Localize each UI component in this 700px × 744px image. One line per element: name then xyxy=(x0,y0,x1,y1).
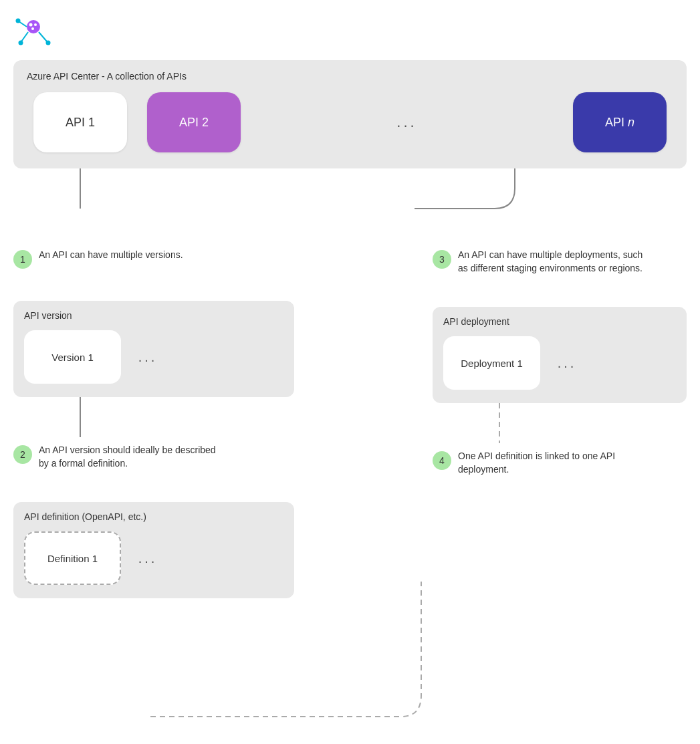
step1-row: 1 An API can have multiple versions. xyxy=(13,249,294,269)
svg-point-0 xyxy=(27,20,40,33)
svg-line-4 xyxy=(19,21,27,27)
left-column: 1 An API can have multiple versions. API… xyxy=(13,249,294,598)
api-definition-cards: Definition 1 ... xyxy=(24,531,283,585)
api-deployment-cards: Deployment 1 ... xyxy=(443,336,676,390)
connector-version-down xyxy=(13,397,294,444)
api-center-title: Azure API Center - A collection of APIs xyxy=(27,71,673,82)
connector-deployment-down xyxy=(433,403,687,450)
step3-row: 3 An API can have multiple deployments, … xyxy=(433,249,687,275)
step4-row: 4 One API definition is linked to one AP… xyxy=(433,450,687,476)
svg-line-6 xyxy=(21,32,28,41)
svg-point-1 xyxy=(29,23,33,27)
step4-badge: 4 xyxy=(433,451,451,470)
svg-point-3 xyxy=(31,27,34,30)
api-version-title: API version xyxy=(24,310,283,321)
logo xyxy=(13,12,53,49)
svg-line-8 xyxy=(39,32,47,41)
api-card-1: API 1 xyxy=(33,92,127,152)
step3-text: An API can have multiple deployments, su… xyxy=(458,249,645,275)
diagram-container: Azure API Center - A collection of APIs … xyxy=(13,60,687,598)
api-version-cards: Version 1 ... xyxy=(24,330,283,384)
api-deployment-box: API deployment Deployment 1 ... xyxy=(433,307,687,403)
version-ellipsis: ... xyxy=(134,350,161,365)
step4-text: One API definition is linked to one API … xyxy=(458,450,645,476)
svg-point-7 xyxy=(19,41,23,45)
api-center-box: Azure API Center - A collection of APIs … xyxy=(13,60,687,168)
api-card-n: API n xyxy=(573,92,667,152)
svg-point-2 xyxy=(34,23,37,26)
version-card-1: Version 1 xyxy=(24,330,121,384)
step2-row: 2 An API version should ideally be descr… xyxy=(13,444,294,470)
api-ellipsis: ... xyxy=(261,114,553,131)
api-deployment-title: API deployment xyxy=(443,316,676,327)
svg-point-5 xyxy=(16,19,21,23)
api-definition-title: API definition (OpenAPI, etc.) xyxy=(24,511,283,522)
step1-text: An API can have multiple versions. xyxy=(39,249,183,262)
definition-ellipsis: ... xyxy=(134,551,161,566)
step2-text: An API version should ideally be describ… xyxy=(39,444,226,470)
api-version-box: API version Version 1 ... xyxy=(13,301,294,397)
definition-card-1: Definition 1 xyxy=(24,531,121,585)
right-column: 3 An API can have multiple deployments, … xyxy=(433,249,687,481)
step2-badge: 2 xyxy=(13,445,32,464)
api-definition-box: API definition (OpenAPI, etc.) Definitio… xyxy=(13,502,294,598)
step1-badge: 1 xyxy=(13,250,32,269)
svg-point-9 xyxy=(46,41,51,45)
api-cards-row: API 1 API 2 ... API n xyxy=(27,92,673,152)
connector-svg-top xyxy=(13,168,687,249)
deployment-ellipsis: ... xyxy=(554,356,580,371)
api-card-2: API 2 xyxy=(147,92,241,152)
step3-badge: 3 xyxy=(433,250,451,269)
deployment-card-1: Deployment 1 xyxy=(443,336,540,390)
